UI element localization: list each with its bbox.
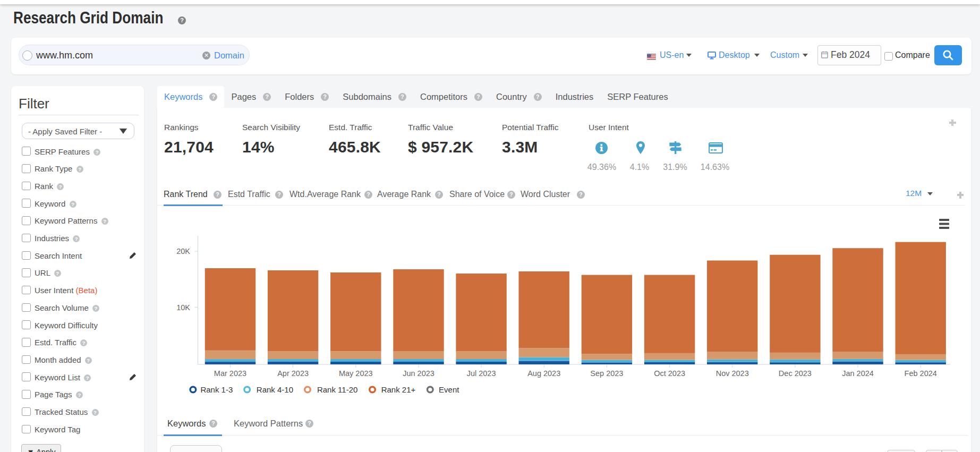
svg-text:Rank 1-3: Rank 1-3 [200, 385, 233, 394]
svg-text:May 2023: May 2023 [339, 369, 373, 378]
svg-text:Sep 2023: Sep 2023 [590, 369, 623, 378]
svg-text:10K: 10K [176, 303, 190, 312]
svg-text:Rank 11-20: Rank 11-20 [317, 385, 357, 394]
svg-text:Dec 2023: Dec 2023 [779, 369, 812, 378]
svg-text:Feb 2024: Feb 2024 [905, 369, 937, 378]
svg-text:Nov 2023: Nov 2023 [716, 369, 749, 378]
svg-text:Rank 21+: Rank 21+ [381, 385, 416, 394]
svg-text:Apr 2023: Apr 2023 [277, 369, 309, 378]
svg-text:Event: Event [439, 385, 459, 394]
svg-text:Jun 2023: Jun 2023 [403, 369, 434, 378]
svg-text:Jul 2023: Jul 2023 [467, 369, 496, 378]
svg-text:20K: 20K [176, 247, 190, 255]
svg-text:Mar 2023: Mar 2023 [214, 369, 246, 378]
svg-text:Rank 4-10: Rank 4-10 [257, 385, 293, 394]
svg-text:Aug 2023: Aug 2023 [527, 369, 560, 378]
svg-text:Oct 2023: Oct 2023 [654, 369, 685, 378]
svg-text:Jan 2024: Jan 2024 [842, 369, 874, 378]
